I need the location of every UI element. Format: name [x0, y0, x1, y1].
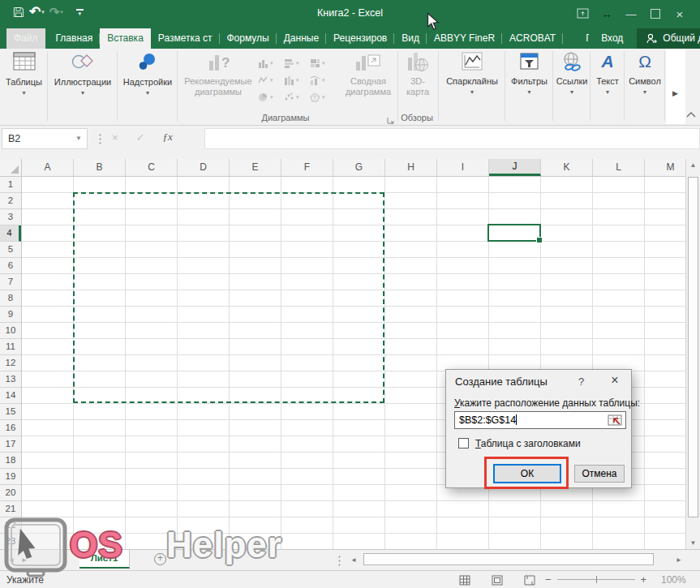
column-header-l[interactable]: L	[593, 159, 645, 176]
row-header-12[interactable]: 12	[0, 355, 21, 371]
active-cell-j4[interactable]	[487, 224, 541, 242]
addins-button[interactable]: Надстройки ▾	[118, 51, 177, 97]
sheet-nav-left-icon[interactable]: ◄	[8, 556, 15, 564]
row-header-23[interactable]: 23	[0, 534, 21, 549]
row-header-19[interactable]: 19	[0, 469, 21, 485]
column-header-f[interactable]: F	[281, 159, 333, 176]
tab-file[interactable]: Файл	[6, 28, 45, 49]
column-header-e[interactable]: E	[230, 159, 281, 176]
row-header-7[interactable]: 7	[0, 274, 21, 290]
scroll-left-icon[interactable]: ◄	[350, 556, 357, 564]
dialog-help-button[interactable]: ?	[578, 376, 584, 388]
redo-dropdown-icon[interactable]: ▾	[60, 9, 63, 15]
tab-data[interactable]: Данные	[277, 28, 326, 49]
row-header-22[interactable]: 22	[0, 517, 21, 534]
tab-page-layout[interactable]: Разметка ст	[151, 28, 220, 49]
dialog-close-button[interactable]: ×	[607, 373, 623, 388]
name-box[interactable]: B2▼	[2, 128, 88, 149]
zoom-slider-thumb[interactable]	[596, 576, 597, 583]
tab-formulas[interactable]: Формулы	[220, 28, 277, 49]
row-header-2[interactable]: 2	[0, 193, 21, 209]
tab-sign-in[interactable]: Вход	[594, 28, 630, 49]
minimize-button[interactable]: —	[619, 8, 643, 20]
column-header-g[interactable]: G	[333, 159, 385, 176]
row-header-20[interactable]: 20	[0, 485, 21, 501]
row-header-16[interactable]: 16	[0, 420, 21, 436]
formula-input[interactable]	[204, 128, 700, 149]
zoom-level[interactable]: 100%	[661, 574, 686, 586]
tab-home[interactable]: Главная	[49, 28, 101, 49]
customize-qat-button[interactable]: ▾	[76, 9, 84, 15]
tab-view[interactable]: Вид	[394, 28, 427, 49]
row-header-15[interactable]: 15	[0, 404, 21, 420]
row-header-10[interactable]: 10	[0, 323, 21, 339]
ribbon-display-options-button[interactable]	[570, 8, 595, 21]
cancel-button[interactable]: Отмена	[574, 465, 625, 483]
ribbon-scroll-strip[interactable]: ▶	[666, 49, 685, 124]
row-header-3[interactable]: 3	[0, 209, 21, 225]
select-all-corner[interactable]	[0, 159, 22, 177]
row-header-9[interactable]: 9	[0, 307, 21, 323]
zoom-out-button[interactable]: −	[545, 573, 552, 586]
redo-button[interactable]: ↷▾	[49, 5, 63, 19]
tab-insert[interactable]: Вставка	[100, 28, 151, 49]
row-header-18[interactable]: 18	[0, 453, 21, 469]
collapse-ribbon-button[interactable]	[686, 106, 696, 121]
column-header-a[interactable]: A	[22, 159, 74, 176]
sheet-nav-right-icon[interactable]: ►	[21, 556, 28, 564]
new-sheet-button[interactable]: +	[154, 553, 166, 565]
column-header-m[interactable]: M	[645, 159, 685, 176]
share-button[interactable]: Общий доступ	[637, 28, 700, 49]
normal-view-button[interactable]	[459, 574, 470, 588]
page-layout-view-button[interactable]	[492, 574, 503, 588]
tab-review[interactable]: Рецензиров	[326, 28, 394, 49]
row-header-14[interactable]: 14	[0, 388, 21, 404]
row-header-5[interactable]: 5	[0, 242, 21, 258]
tab-help[interactable]: Помощь	[574, 28, 589, 49]
insert-function-button[interactable]: ƒx	[163, 131, 173, 144]
tab-acrobat[interactable]: ACROBAT	[502, 28, 563, 49]
zoom-slider[interactable]	[557, 579, 635, 580]
illustrations-button[interactable]: Иллюстрации ▾	[49, 51, 117, 97]
column-header-j-selected[interactable]: J	[489, 159, 541, 176]
dialog-launcher-icon[interactable]	[387, 113, 395, 121]
column-header-h[interactable]: H	[385, 159, 437, 176]
range-selector-button[interactable]	[605, 413, 625, 427]
save-icon[interactable]	[13, 6, 24, 18]
text-button[interactable]: A Текст ▾	[591, 51, 624, 96]
maximize-button[interactable]	[643, 9, 668, 20]
column-header-k[interactable]: K	[541, 159, 593, 176]
horizontal-scrollbar[interactable]: ◄ ►	[347, 552, 685, 567]
sheet-tab-list1[interactable]: Лист1	[79, 550, 130, 569]
vertical-scroll-thumb[interactable]	[688, 177, 698, 517]
undo-button[interactable]: ↶▾	[29, 5, 45, 19]
undo-dropdown-icon[interactable]: ▾	[41, 9, 45, 15]
column-header-c[interactable]: C	[126, 159, 178, 176]
fill-handle[interactable]	[536, 237, 543, 243]
scroll-down-icon[interactable]: ▼	[686, 539, 700, 547]
links-button[interactable]: Ссылки ▾	[554, 51, 590, 96]
name-box-dropdown-icon[interactable]: ▼	[75, 129, 82, 148]
zoom-in-button[interactable]: +	[641, 573, 647, 586]
row-header-1[interactable]: 1	[0, 177, 21, 193]
row-header-21[interactable]: 21	[0, 501, 21, 517]
page-break-view-button[interactable]	[524, 574, 535, 588]
filters-button[interactable]: Фильтры ▾	[506, 51, 552, 96]
column-header-b[interactable]: B	[74, 159, 126, 176]
column-header-i[interactable]: I	[437, 159, 489, 176]
table-range-input[interactable]: $B$2:$G$14	[454, 411, 626, 429]
row-header-11[interactable]: 11	[0, 339, 21, 355]
scroll-right-icon[interactable]: ►	[676, 556, 682, 564]
symbols-button[interactable]: Ω Символ ▾	[625, 51, 664, 96]
headers-checkbox-label[interactable]: Таблица с заголовками	[475, 438, 581, 449]
scroll-up-icon[interactable]: ▲	[686, 161, 700, 169]
column-header-d[interactable]: D	[178, 159, 230, 176]
row-header-6[interactable]: 6	[0, 258, 21, 274]
vertical-scrollbar[interactable]: ▲ ▼	[685, 159, 700, 549]
row-header-17[interactable]: 17	[0, 436, 21, 453]
row-header-4-selected[interactable]: 4	[0, 225, 21, 242]
row-header-8[interactable]: 8	[0, 290, 21, 307]
sparklines-button[interactable]: Спарклайны ▾	[440, 51, 505, 96]
row-header-13[interactable]: 13	[0, 371, 21, 388]
headers-checkbox[interactable]	[458, 438, 469, 449]
